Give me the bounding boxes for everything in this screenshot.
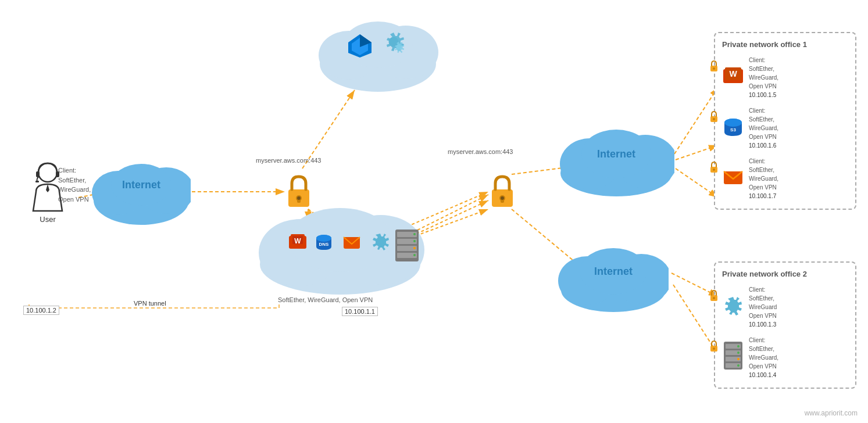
network-2-item-1: Client:SoftEther,WireGuardOpen VPN 10.10…: [722, 285, 848, 328]
vpn-server-ip: 10.100.1.1: [342, 307, 378, 316]
server-address-left: myserver.aws.com:443: [256, 157, 321, 164]
svg-text:W: W: [294, 237, 301, 245]
private-network-1-title: Private network office 1: [722, 40, 848, 49]
svg-point-92: [713, 297, 715, 299]
diagram-container: Internet Internet Internet: [0, 0, 868, 423]
svg-point-73: [297, 196, 301, 200]
svg-line-15: [676, 145, 718, 160]
private-network-2-title: Private network office 2: [722, 270, 848, 278]
svg-point-102: [737, 352, 740, 354]
internet-cloud-right-top: Internet: [558, 122, 674, 198]
lock-right: [487, 173, 517, 214]
svg-point-101: [737, 345, 740, 347]
svg-point-53: [316, 235, 331, 242]
svg-point-103: [737, 358, 740, 360]
network-2-item-2: Client:SoftEther,WireGuard,Open VPN 10.1…: [722, 336, 848, 378]
svg-point-79: [713, 67, 715, 70]
svg-point-104: [737, 364, 740, 367]
svg-rect-69: [35, 181, 39, 182]
vpn-server-cloud: W DNS: [256, 195, 424, 296]
attribution: www.apriorit.com: [805, 409, 858, 417]
lock-left: [284, 173, 314, 214]
internet-cloud-right-bottom: Internet: [558, 241, 669, 314]
network-1-item-1: W Client:SoftEther,WireGuard,Open VPN 10…: [722, 56, 848, 98]
internet-left-label: Internet: [92, 179, 191, 191]
svg-point-64: [413, 247, 416, 249]
network-1-item-2: S3 Client:SoftEther,WireGuard,Open VPN 1…: [722, 106, 848, 149]
vpn-server-software: SoftEther, WireGuard, Open VPN: [278, 296, 373, 303]
svg-point-95: [713, 347, 715, 350]
network-1-item-3: Client:SoftEther,WireGuard,Open VPN 10.1…: [722, 157, 848, 199]
svg-point-84: [713, 118, 715, 120]
internet-cloud-left: Internet: [92, 157, 191, 227]
private-network-office-1: Private network office 1 W Client:Soft: [714, 32, 856, 210]
user-ip: 10.100.1.2: [23, 306, 59, 315]
svg-point-77: [501, 196, 504, 200]
svg-point-63: [413, 240, 416, 242]
internet-right-top-label: Internet: [558, 148, 674, 160]
vpn-tunnel-label: VPN tunnel: [134, 300, 166, 307]
svg-point-89: [713, 169, 715, 171]
internet-right-bottom-label: Internet: [558, 266, 669, 278]
aws-cloud: [314, 9, 442, 93]
user-label: User: [24, 215, 71, 224]
svg-point-86: [724, 119, 742, 127]
svg-point-62: [413, 233, 416, 235]
private-network-office-2: Private network office 2 Client:SoftEthe…: [714, 261, 856, 389]
user-client-text: Client: SoftEther, WireGuard, Open VPN: [58, 166, 91, 204]
svg-point-65: [413, 254, 416, 256]
svg-text:S3: S3: [730, 127, 736, 132]
server-address-right: myserver.aws.com:443: [448, 148, 513, 155]
svg-text:DNS: DNS: [319, 242, 330, 247]
svg-text:W: W: [729, 69, 737, 78]
